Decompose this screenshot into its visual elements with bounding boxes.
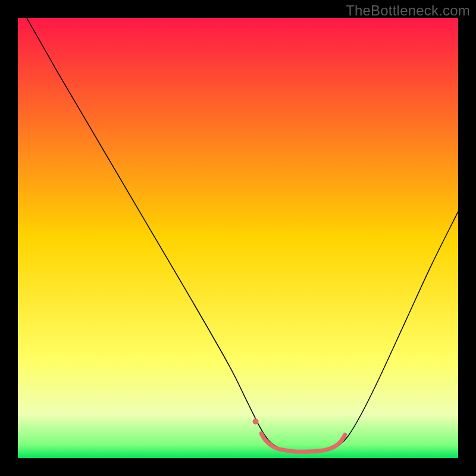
chart-container: TheBottleneck.com — [0, 0, 476, 476]
plot-area — [18, 18, 458, 458]
watermark-text: TheBottleneck.com — [346, 2, 470, 19]
series-highlight-dot — [253, 419, 259, 425]
chart-svg — [18, 18, 458, 458]
gradient-background — [18, 18, 458, 458]
